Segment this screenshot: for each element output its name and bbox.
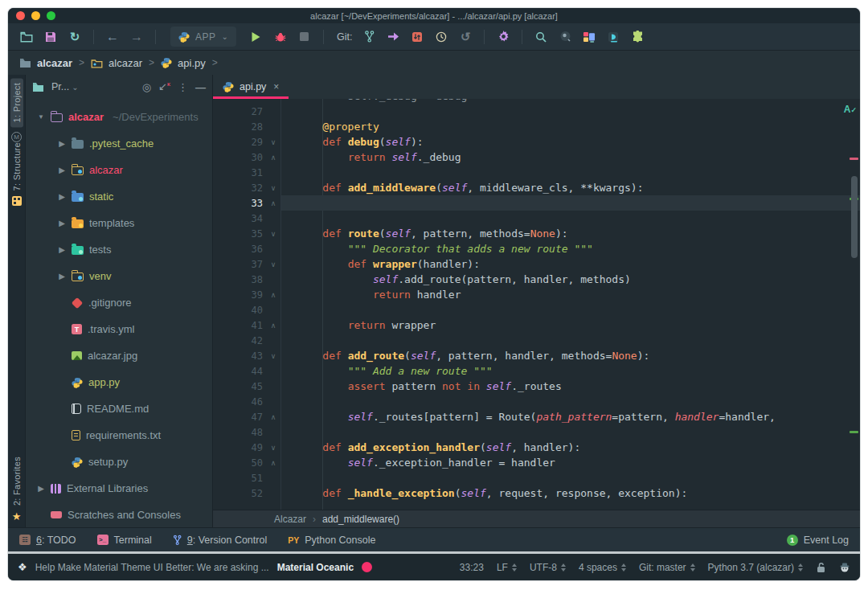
fold-close-icon[interactable]: ∧ — [266, 154, 280, 162]
status-widget-33-23[interactable]: 33:23 — [460, 562, 484, 573]
gutter-line: 38 — [213, 272, 280, 287]
tree-expand-chevron[interactable]: ▶ — [58, 219, 66, 227]
sidebar-item-favorites[interactable]: 2: Favorites — [12, 457, 22, 506]
breadcrumb-method[interactable]: add_middleware() — [322, 514, 399, 525]
material-theme-icon[interactable] — [603, 27, 624, 47]
status-widget-git-master[interactable]: Git: master — [639, 562, 695, 573]
structure-stripe-label: 7: Structure — [12, 142, 22, 191]
tree-expand-chevron[interactable]: ▶ — [37, 484, 45, 493]
tree-item-requirements-txt[interactable]: ▶requirements.txt — [26, 422, 212, 449]
project-stripe-label: 1: Project — [12, 83, 22, 122]
status-widget-4-spaces[interactable]: 4 spaces — [579, 562, 626, 573]
branch-icon[interactable] — [358, 27, 379, 47]
tree-expand-chevron[interactable]: ▶ — [58, 192, 66, 201]
fold-open-icon[interactable]: ∨ — [266, 260, 280, 268]
tree-item--gitignore[interactable]: ▶.gitignore — [26, 289, 212, 316]
tree-item-readme-md[interactable]: ▶README.md — [26, 395, 212, 422]
tree-item--pytest-cache[interactable]: ▶.pytest_cache — [26, 130, 212, 157]
tree-item-external-libraries[interactable]: ▶External Libraries — [26, 475, 212, 502]
material-colors-icon[interactable] — [579, 27, 600, 47]
tree-expand-chevron[interactable]: ▶ — [58, 166, 66, 174]
collapse-all-icon[interactable]: ↙κ — [158, 80, 170, 92]
breadcrumb-item[interactable]: api.py — [161, 57, 206, 69]
tree-item-scratches-and-consoles[interactable]: ▶Scratches and Consoles — [26, 502, 212, 527]
breadcrumb-item[interactable]: alcazar — [19, 57, 72, 69]
code-line-text: return handler — [297, 289, 461, 301]
fold-close-icon[interactable]: ∧ — [266, 199, 280, 207]
fold-open-icon[interactable]: ∨ — [266, 352, 280, 360]
toolwindow-button-6-todo[interactable]: ☷6: TODO — [19, 535, 76, 546]
kebab-menu-icon[interactable]: ⋮ — [178, 81, 188, 93]
tree-expand-chevron[interactable]: ▼ — [37, 113, 45, 121]
save-icon[interactable] — [40, 27, 61, 47]
tree-expand-chevron[interactable]: ▶ — [58, 272, 66, 281]
run-icon[interactable] — [246, 27, 267, 47]
tree-item-templates[interactable]: ▶templates — [26, 210, 212, 236]
open-folder-icon[interactable] — [16, 27, 37, 47]
locate-target-icon[interactable]: ◎ — [142, 81, 151, 93]
theme-name[interactable]: Material Oceanic — [277, 562, 354, 573]
tree-item-app-py[interactable]: ▶app.py — [26, 369, 212, 395]
editor-scrollbar-thumb[interactable] — [851, 176, 858, 258]
debug-icon[interactable] — [270, 27, 291, 47]
plugin-icon[interactable] — [627, 27, 648, 47]
rollback-icon[interactable]: ↺ — [455, 27, 476, 47]
forward-icon[interactable]: → — [126, 27, 147, 47]
code-line-text: def add_exception_handler(self, handler)… — [297, 441, 580, 453]
tree-expand-chevron[interactable]: ▶ — [58, 245, 66, 254]
close-tab-icon[interactable]: × — [273, 81, 279, 92]
tree-item-setup-py[interactable]: ▶setup.py — [26, 449, 212, 475]
breadcrumb-class[interactable]: Alcazar — [274, 514, 306, 525]
project-folder-icon — [32, 82, 44, 92]
update-icon[interactable] — [407, 27, 428, 47]
tree-item--travis-yml[interactable]: ▶T.travis.yml — [26, 316, 212, 342]
sync-icon[interactable]: ↻ — [64, 27, 85, 47]
back-icon[interactable]: ← — [102, 27, 123, 47]
theme-color-dot-icon[interactable] — [362, 562, 372, 572]
tree-item-static[interactable]: ▶static — [26, 183, 212, 210]
event-log-button[interactable]: 1Event Log — [787, 535, 849, 546]
fold-open-icon[interactable]: ∨ — [266, 230, 280, 238]
status-widget-lf[interactable]: LF — [497, 562, 517, 573]
hide-panel-icon[interactable]: — — [195, 81, 206, 93]
status-widget-python-3-7-alcazar-[interactable]: Python 3.7 (alcazar) — [708, 562, 803, 573]
settings-gear-icon[interactable] — [493, 27, 514, 47]
fold-close-icon[interactable]: ∧ — [266, 459, 280, 467]
stop-icon[interactable] — [294, 27, 315, 47]
fold-open-icon[interactable]: ∨ — [266, 184, 280, 192]
unlock-icon[interactable] — [816, 562, 826, 573]
toolwindow-button-terminal[interactable]: >_Terminal — [97, 535, 152, 546]
tree-expand-chevron[interactable]: ▶ — [58, 139, 66, 148]
layers-icon[interactable]: ❖ — [18, 561, 27, 573]
tree-item-alcazar-jpg[interactable]: ▶alcazar.jpg — [26, 342, 212, 369]
search-icon[interactable] — [530, 27, 551, 47]
fold-close-icon[interactable]: ∧ — [266, 413, 280, 421]
code-editor[interactable]: 272829∨30∧3132∨33∧3435∨3637∨3839∧4041∧42… — [213, 99, 860, 510]
sidebar-item-structure[interactable]: 7: Structure — [12, 142, 22, 191]
fold-open-icon[interactable]: ∨ — [266, 138, 280, 146]
push-icon[interactable] — [383, 27, 403, 47]
folder-badge-dot — [79, 250, 83, 254]
toolwindow-button-9-version-control[interactable]: 9: Version Control — [173, 535, 267, 546]
run-configuration-dropdown[interactable]: APP⌄ — [170, 27, 236, 47]
code-token: ._exception_handler = handler — [373, 457, 555, 469]
fold-close-icon[interactable]: ∧ — [266, 291, 280, 299]
tab-api-py[interactable]: api.py × — [213, 75, 289, 99]
inspections-profile-icon[interactable] — [839, 562, 850, 573]
breadcrumb-item[interactable]: alcazar — [91, 57, 142, 69]
inspections-status-icon[interactable]: A✓ — [844, 104, 857, 115]
history-icon[interactable] — [431, 27, 452, 47]
tree-item-tests[interactable]: ▶tests — [26, 236, 212, 263]
project-view-dropdown[interactable]: Pr...⌄ — [51, 81, 79, 92]
fold-close-icon[interactable]: ∧ — [266, 322, 280, 330]
status-message[interactable]: Help Make Material Theme UI Better: We a… — [35, 562, 269, 573]
status-widget-utf-8[interactable]: UTF-8 — [530, 562, 566, 573]
fold-open-icon[interactable]: ∨ — [266, 444, 280, 452]
tree-item-alcazar[interactable]: ▼alcazar~/DevExperiments — [26, 104, 212, 130]
tree-item-venv[interactable]: ▶venv — [26, 263, 212, 289]
run-anything-icon[interactable] — [555, 27, 575, 47]
tree-item-alcazar[interactable]: ▶alcazar — [26, 157, 212, 183]
toolwindow-button-python-console[interactable]: PYPython Console — [288, 535, 375, 546]
sidebar-item-project[interactable]: 1: Project — [10, 78, 23, 127]
code-pane[interactable]: self._debug = debug @property def debug(… — [281, 99, 860, 510]
